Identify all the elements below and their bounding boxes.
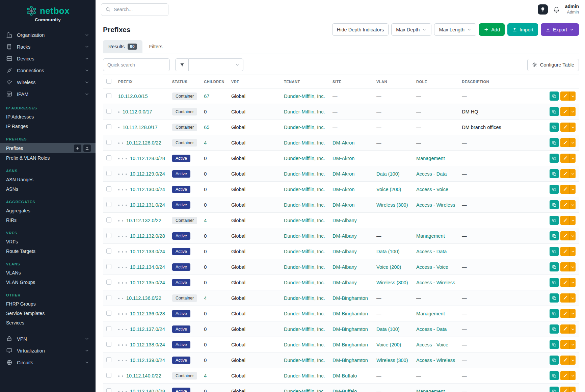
export-button[interactable]: Export xyxy=(541,23,579,36)
column-header-children[interactable]: CHILDREN xyxy=(201,75,228,88)
column-header-vrf[interactable]: VRF xyxy=(228,75,281,88)
site-link[interactable]: DM-Binghamton xyxy=(333,342,368,347)
copy-button[interactable] xyxy=(550,169,559,178)
vlan-link[interactable]: Voice (200) xyxy=(376,342,401,347)
tenant-link[interactable]: Dunder-Mifflin, Inc. xyxy=(284,264,325,270)
prefix-link[interactable]: 10.112.140.0/28 xyxy=(130,389,165,392)
prefix-link[interactable]: 10.112.132.0/22 xyxy=(126,218,161,223)
role-link[interactable]: Management xyxy=(416,233,445,239)
tenant-link[interactable]: Dunder-Mifflin, Inc. xyxy=(284,358,325,363)
filter-button[interactable] xyxy=(175,58,189,71)
role-link[interactable]: Management xyxy=(416,311,445,316)
row-checkbox[interactable] xyxy=(106,171,111,176)
edit-dropdown-button[interactable] xyxy=(569,185,576,194)
sidebar-item-ip-ranges[interactable]: IP Ranges xyxy=(0,122,96,131)
prefix-link[interactable]: 10.112.140.0/22 xyxy=(126,373,161,378)
vlan-link[interactable]: Wireless (300) xyxy=(376,202,408,208)
row-checkbox[interactable] xyxy=(106,311,111,316)
site-link[interactable]: DM-Akron xyxy=(333,156,354,161)
sidebar-item-aggregates[interactable]: Aggregates xyxy=(0,206,96,215)
tenant-link[interactable]: Dunder-Mifflin, Inc. xyxy=(284,280,325,285)
sidebar-item-racks[interactable]: Racks xyxy=(0,41,96,53)
sidebar-item-ipam[interactable]: IPAM xyxy=(0,88,96,100)
global-search[interactable] xyxy=(101,3,168,16)
row-checkbox[interactable] xyxy=(106,249,111,254)
edit-button[interactable] xyxy=(560,92,569,101)
sidebar-item-circuits[interactable]: Circuits xyxy=(0,357,96,368)
sidebar-item-rirs[interactable]: RIRs xyxy=(0,215,96,225)
edit-dropdown-button[interactable] xyxy=(569,169,576,178)
row-checkbox[interactable] xyxy=(106,93,111,98)
copy-button[interactable] xyxy=(550,356,559,365)
site-link[interactable]: DM-Akron xyxy=(333,171,354,177)
copy-button[interactable] xyxy=(550,154,559,163)
row-checkbox[interactable] xyxy=(106,373,111,378)
site-link[interactable]: DM-Binghamton xyxy=(333,311,368,316)
prefix-link[interactable]: 10.112.135.0/24 xyxy=(130,280,165,285)
edit-dropdown-button[interactable] xyxy=(569,371,576,380)
role-link[interactable]: Access - Wireless xyxy=(416,280,455,285)
copy-button[interactable] xyxy=(550,278,559,287)
edit-dropdown-button[interactable] xyxy=(569,107,576,116)
prefix-link[interactable]: 10.112.132.0/28 xyxy=(130,233,165,239)
site-link[interactable]: DM-Buffalo xyxy=(333,389,357,392)
edit-dropdown-button[interactable] xyxy=(569,293,576,303)
role-link[interactable]: Access - Data xyxy=(416,326,447,332)
site-link[interactable]: DM-Binghamton xyxy=(333,326,368,332)
import-prefix-quick-button[interactable] xyxy=(83,145,91,152)
sidebar-item-vrfs[interactable]: VRFs xyxy=(0,237,96,246)
row-checkbox[interactable] xyxy=(106,233,111,238)
prefix-link[interactable]: 10.112.133.0/24 xyxy=(130,249,165,254)
children-count-link[interactable]: 4 xyxy=(204,373,207,378)
vlan-link[interactable]: Data (100) xyxy=(376,171,400,177)
vlan-link[interactable]: Data (100) xyxy=(376,326,400,332)
vlan-link[interactable]: Wireless (300) xyxy=(376,358,408,363)
theme-toggle-button[interactable] xyxy=(538,4,548,15)
tenant-link[interactable]: Dunder-Mifflin, Inc. xyxy=(284,218,325,223)
copy-button[interactable] xyxy=(550,231,559,240)
tenant-link[interactable]: Dunder-Mifflin, Inc. xyxy=(284,202,325,208)
prefix-link[interactable]: 10.112.0.0/15 xyxy=(118,94,148,99)
prefix-link[interactable]: 10.112.128.0/22 xyxy=(126,140,161,146)
hide-depth-indicators-button[interactable]: Hide Depth Indicators xyxy=(332,23,389,36)
select-all-checkbox[interactable] xyxy=(106,79,111,84)
role-link[interactable]: Access - Wireless xyxy=(416,202,455,208)
edit-dropdown-button[interactable] xyxy=(569,340,576,349)
edit-button[interactable] xyxy=(560,247,569,256)
copy-button[interactable] xyxy=(550,138,559,147)
site-link[interactable]: DM-Albany xyxy=(333,218,357,223)
site-link[interactable]: DM-Albany xyxy=(333,264,357,270)
vlan-link[interactable]: Data (100) xyxy=(376,249,400,254)
tenant-link[interactable]: Dunder-Mifflin, Inc. xyxy=(284,389,325,392)
edit-button[interactable] xyxy=(560,340,569,349)
column-header-role[interactable]: ROLE xyxy=(413,75,458,88)
vlan-link[interactable]: Wireless (300) xyxy=(376,280,408,285)
sidebar-item-service-templates[interactable]: Service Templates xyxy=(0,309,96,318)
role-link[interactable]: Access - Data xyxy=(416,171,447,177)
max-depth-dropdown[interactable]: Max Depth xyxy=(391,23,431,36)
tenant-link[interactable]: Dunder-Mifflin, Inc. xyxy=(284,342,325,347)
row-checkbox[interactable] xyxy=(106,280,111,285)
edit-dropdown-button[interactable] xyxy=(569,154,576,163)
import-button[interactable]: Import xyxy=(507,23,538,36)
edit-dropdown-button[interactable] xyxy=(569,138,576,147)
copy-button[interactable] xyxy=(550,387,559,392)
copy-button[interactable] xyxy=(550,200,559,209)
edit-button[interactable] xyxy=(560,216,569,225)
sidebar-item-organization[interactable]: Organization xyxy=(0,29,96,41)
row-checkbox[interactable] xyxy=(106,124,111,129)
site-link[interactable]: DM-Akron xyxy=(333,187,354,192)
site-link[interactable]: DM-Buffalo xyxy=(333,373,357,378)
role-link[interactable]: Access - Data xyxy=(416,249,447,254)
edit-dropdown-button[interactable] xyxy=(569,200,576,209)
prefix-link[interactable]: 10.112.139.0/24 xyxy=(130,358,165,363)
edit-dropdown-button[interactable] xyxy=(569,309,576,318)
column-header-vlan[interactable]: VLAN xyxy=(373,75,413,88)
global-search-input[interactable] xyxy=(114,7,164,12)
row-checkbox[interactable] xyxy=(106,155,111,160)
row-checkbox[interactable] xyxy=(106,217,111,223)
row-checkbox[interactable] xyxy=(106,326,111,331)
copy-button[interactable] xyxy=(550,293,559,303)
prefix-link[interactable]: 10.112.137.0/24 xyxy=(130,326,165,332)
sidebar-item-fhrp-groups[interactable]: FHRP Groups xyxy=(0,299,96,309)
